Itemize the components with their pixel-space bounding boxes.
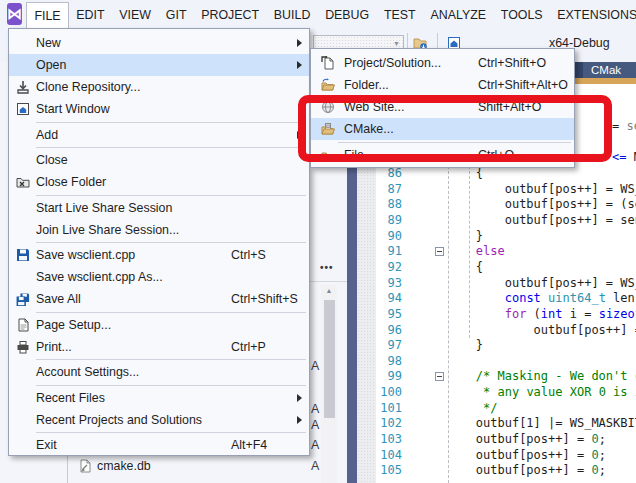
code-text: outbuf[pos++] = WS_: [418, 276, 636, 292]
code-text: outbuf[pos++] = 0;: [418, 463, 606, 479]
menubar-item-project[interactable]: PROJECT: [194, 2, 267, 28]
document-tab[interactable]: CMak: [583, 62, 636, 78]
code-segment: {: [418, 260, 483, 274]
menu-item-print[interactable]: Print...Ctrl+P: [9, 336, 309, 358]
menu-item-join-live-share-session[interactable]: Join Live Share Session...: [9, 219, 309, 241]
solution-explorer-scrollbar[interactable]: ▲: [321, 285, 337, 483]
menu-item-start-live-share-session[interactable]: Start Live Share Session: [9, 197, 309, 219]
menu-bar: ⋈ FILEEDITVIEWGITPROJECTBUILDDEBUGTESTAN…: [0, 0, 636, 28]
menu-item-save-all[interactable]: Save AllCtrl+Shift+S: [9, 288, 309, 310]
menu-item-page-setup[interactable]: Page Setup...: [9, 314, 309, 336]
menu-item-account-settings[interactable]: Account Settings...: [9, 361, 309, 383]
code-line: 89 outbuf[pos++] = sen: [347, 213, 636, 229]
menubar-item-tools[interactable]: TOOLS: [493, 2, 550, 28]
line-number: 87: [376, 182, 402, 198]
line-number: 88: [376, 197, 402, 213]
menu-item-recent-projects-and-solutions[interactable]: Recent Projects and Solutions: [9, 409, 309, 431]
line-number: 105: [376, 463, 402, 479]
code-text: for (int i = sizeof: [418, 307, 636, 323]
menubar-item-debug[interactable]: DEBUG: [318, 2, 377, 28]
menu-item-add[interactable]: Add: [9, 124, 309, 146]
scroll-up-icon[interactable]: ▲: [321, 287, 337, 294]
menubar-item-analyze[interactable]: ANALYZE: [423, 2, 493, 28]
menu-item-recent-files[interactable]: Recent Files: [9, 387, 309, 409]
code-segment: /* Masking - We don't c: [476, 369, 636, 383]
close-folder-icon: [9, 174, 36, 190]
line-number: 92: [376, 260, 402, 276]
code-line: 86 {: [347, 166, 636, 182]
menu-item-start-window[interactable]: Start Window: [9, 98, 309, 120]
menu-item-label: Print...: [36, 340, 72, 354]
code-segment: outbuf[pos++] = sen: [418, 213, 636, 227]
fold-collapse-button[interactable]: [435, 372, 444, 381]
open-folder-icon: [311, 77, 344, 93]
submenu-arrow-icon: [297, 394, 302, 402]
line-number: 104: [376, 448, 402, 464]
menu-item-shortcut: Ctrl+P: [231, 340, 266, 354]
database-file-icon: [77, 458, 93, 474]
git-status-badge: A: [311, 418, 341, 432]
menu-item-close-folder[interactable]: Close Folder: [9, 171, 309, 193]
menu-item-new[interactable]: New: [9, 32, 309, 54]
menu-item-project-solution[interactable]: Project/Solution...Ctrl+Shift+O: [311, 52, 574, 74]
menu-item-exit[interactable]: ExitAlt+F4: [9, 434, 309, 456]
code-text: */: [418, 401, 497, 417]
menubar-item-extensions[interactable]: EXTENSIONS: [550, 2, 636, 28]
file-menu-popup: NewOpenClone Repository...Start WindowAd…: [8, 28, 310, 456]
line-number: 103: [376, 432, 402, 448]
menubar-item-file[interactable]: FILE: [26, 2, 69, 28]
code-segment: [541, 291, 548, 305]
code-line: 94 const uint64_t len =: [347, 291, 636, 307]
code-segment: ;: [599, 463, 606, 477]
code-text: /* Masking - We don't c: [418, 369, 636, 385]
code-segment: else: [476, 244, 505, 258]
menubar-item-build[interactable]: BUILD: [266, 2, 317, 28]
git-status-badge: A: [311, 402, 341, 416]
code-line: 104 outbuf[pos++] = 0;: [347, 448, 636, 464]
code-segment: 0: [591, 463, 598, 477]
code-text: * any value XOR 0 is i: [418, 385, 636, 401]
code-line: 98: [347, 354, 636, 370]
code-segment: outbuf[pos++] =: [418, 448, 591, 462]
code-text: outbuf[pos++] = 0;: [418, 432, 606, 448]
code-text: }: [418, 229, 483, 245]
menu-item-label: New: [36, 36, 61, 50]
menu-item-shortcut: Ctrl+S: [231, 248, 266, 262]
menu-item-folder[interactable]: Folder...Ctrl+Shift+Alt+O: [311, 74, 574, 96]
menu-item-shortcut: Ctrl+Shift+Alt+O: [478, 78, 568, 92]
toolbar-overflow-button[interactable]: •••: [320, 262, 334, 273]
menu-item-open[interactable]: Open: [9, 54, 309, 76]
menubar-item-view[interactable]: VIEW: [112, 2, 158, 28]
line-number: 102: [376, 416, 402, 432]
menubar-item-git[interactable]: GIT: [158, 2, 193, 28]
menu-item-label: Save All: [36, 292, 81, 306]
git-status-badge: A: [311, 438, 341, 452]
visual-studio-window: ••• ▲ AAAA ▼ x64-Debug CMak 86 {87 outbu…: [0, 0, 636, 483]
menubar-item-edit[interactable]: EDIT: [69, 2, 112, 28]
menu-item-close[interactable]: Close: [9, 149, 309, 171]
menu-item-label: Project/Solution...: [344, 56, 441, 70]
solution-explorer-item-cmake-db[interactable]: cmake.db: [97, 459, 151, 473]
fold-collapse-button[interactable]: [435, 247, 444, 256]
menu-item-label: Save wsclient.cpp As...: [36, 270, 163, 284]
code-text: outbuf[pos++] = WS_F: [418, 182, 636, 198]
code-line: 90 }: [347, 229, 636, 245]
annotation-rectangle: [298, 95, 612, 162]
menu-item-clone-repository[interactable]: Clone Repository...: [9, 76, 309, 98]
code-line: 88 outbuf[pos++] = (se: [347, 197, 636, 213]
code-segment: outbuf[pos++] =: [418, 463, 591, 477]
page-setup-icon: [9, 317, 36, 333]
code-segment: outbuf[1] |= WS_MASKBIT: [418, 416, 636, 430]
code-segment: [418, 307, 505, 321]
code-segment: outbuf[pos++] = WS_: [418, 276, 636, 290]
menubar-item-test[interactable]: TEST: [377, 2, 423, 28]
menu-item-save-wsclient-cpp[interactable]: Save wsclient.cppCtrl+S: [9, 244, 309, 266]
menu-item-save-wsclient-cpp-as[interactable]: Save wsclient.cpp As...: [9, 266, 309, 288]
menu-item-label: Save wsclient.cpp: [36, 248, 135, 262]
code-text: outbuf[1] |= WS_MASKBIT: [418, 416, 636, 432]
save-icon: [9, 247, 36, 263]
line-number: 97: [376, 338, 402, 354]
chevron-down-icon: ▼: [393, 40, 400, 47]
line-number: 100: [376, 385, 402, 401]
code-segment: for: [505, 307, 527, 321]
